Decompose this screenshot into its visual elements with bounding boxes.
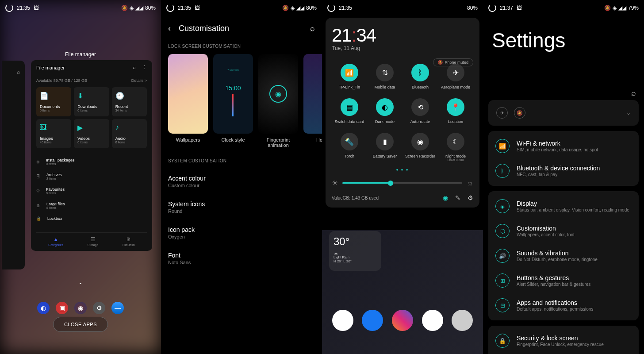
qs-tile-bt[interactable]: ᛒBluetooth [402, 64, 438, 89]
fm-tile-videos[interactable]: ▶Videos0 items [74, 119, 109, 148]
settings-item-bluetooth-device-connection[interactable]: ᛒBluetooth & device connectionNFC, cast,… [488, 158, 639, 183]
fm-tile-downloads[interactable]: ⬇Downloads0 items [74, 87, 109, 116]
sys-item-system-icons[interactable]: System iconsRound [161, 194, 322, 220]
search-icon[interactable]: ⌕ [310, 24, 315, 33]
dock-app[interactable]: ⚙ [93, 302, 105, 314]
close-apps-button[interactable]: CLOSE APPS [53, 317, 108, 332]
brightness-auto-icon[interactable]: ☼ [467, 179, 473, 187]
battery-pct: 79% [628, 5, 639, 11]
sys-item-icon-pack[interactable]: Icon packOxygen [161, 220, 322, 246]
recents-dock: ◐ ▣ ◉ ⚙ — [0, 302, 161, 314]
recents-app-title: File manager [0, 51, 161, 58]
fm-tile-documents[interactable]: 📄Documents5 items [36, 87, 71, 116]
user-icon[interactable]: ◉ [443, 194, 448, 201]
fm-tile-images[interactable]: 🖼Images45 items [36, 119, 71, 148]
fm-tab-categories[interactable]: ▲Categories [48, 236, 63, 246]
qs-date: Tue, 11 Aug [332, 45, 473, 51]
brightness-low-icon: ☀ [332, 179, 338, 187]
settings-quick-toggles[interactable]: ✈ 🔕 ⌄ [488, 100, 639, 126]
sys-item-accent-colour[interactable]: Accent colourCustom colour [161, 169, 322, 194]
status-time: 21:35 [178, 5, 191, 11]
weather-temp: 30° [334, 235, 377, 248]
search-icon[interactable]: ⌕ [133, 65, 136, 70]
wifi-icon: ◈ [613, 5, 617, 11]
qs-tile-rec[interactable]: ◉Screen Recorder [402, 133, 438, 162]
qs-tile-loc[interactable]: 📍Location [438, 98, 473, 124]
settings-group: 🔒Security & lock screenFingerprint, Face… [488, 326, 639, 354]
settings-item-buttons-gestures[interactable]: ⊞Buttons & gesturesAlert Slider, navigat… [488, 268, 639, 293]
qs-tile-wifi[interactable]: 📶TP-Link_Tin [332, 64, 367, 89]
status-time: 21:35 [17, 5, 30, 11]
settings-item-sounds-vibration[interactable]: 🔊Sounds & vibrationDo Not Disturb, earph… [488, 243, 639, 268]
fm-tab-storage[interactable]: ☰Storage [88, 236, 99, 246]
status-bar: 21:35 80% [322, 0, 483, 16]
section-lock-label: LOCK SCREEN CUSTOMISATION [161, 44, 322, 54]
lock-option-fingerprint-animation[interactable]: ◉Fingerprint animation [258, 54, 298, 148]
qs-tile-data[interactable]: ⇅Mobile data [367, 64, 402, 89]
instagram-icon[interactable] [392, 310, 413, 331]
search-icon[interactable]: ⌕ [631, 88, 636, 98]
mute-icon: 🔕 [121, 5, 128, 11]
weather-widget[interactable]: 30° ☁ Light Rain H 29° L 30° [329, 231, 381, 271]
fm-list-item[interactable]: 🗎Large files8 items [36, 198, 147, 213]
camera-icon[interactable] [452, 310, 473, 331]
battery-pct: 80% [467, 5, 478, 11]
dock-app[interactable]: ◐ [37, 302, 50, 314]
settings-item-display[interactable]: ◈DisplayStatus bar, ambient display, Vis… [488, 194, 639, 219]
qs-tile-torch[interactable]: 🔦Torch [332, 133, 367, 162]
status-bar: 21:37🖼 🔕◈◢◢79% [483, 0, 644, 16]
fm-tile-audio[interactable]: ♪Audio0 items [112, 119, 147, 148]
fm-list-item[interactable]: ♡Favourites0 items [36, 184, 147, 198]
settings-item-apps-and-notifications[interactable]: ⊟Apps and notificationsDefault apps, not… [488, 293, 639, 318]
fm-tab-filedash[interactable]: 🗎FileDash [123, 236, 135, 246]
mute-icon: 🔕 [282, 5, 289, 11]
edit-icon[interactable]: ✎ [455, 194, 460, 201]
lock-screen-options: Wallpapers7 unfinish15:00Clock style◉Fin… [161, 54, 322, 148]
sys-item-font[interactable]: FontNoto Sans [161, 246, 322, 271]
chrome-icon[interactable] [332, 310, 353, 331]
settings-item-wi-fi-network[interactable]: 📶Wi-Fi & networkSIM, mobile network, dat… [488, 134, 639, 158]
fm-details-link[interactable]: Details > [131, 78, 147, 83]
fm-list-item[interactable]: ⊕Install packages0 items [36, 154, 147, 169]
recents-card-file-manager[interactable]: File manager ⌕⋮ Available 89.78 GB / 128… [31, 60, 152, 251]
page-title: Customisation [179, 24, 229, 33]
brightness-slider[interactable] [342, 182, 462, 184]
fm-list: ⊕Install packages0 items🗄Archives2 items… [36, 154, 147, 224]
fm-list-item[interactable]: 🗄Archives2 items [36, 169, 147, 184]
qs-tile-dark[interactable]: ◐Dark mode [367, 98, 402, 124]
fm-tile-recent[interactable]: 🕘Recent34 items [112, 87, 147, 116]
dnd-icon: 🔕 [514, 107, 525, 119]
fm-list-item[interactable]: 🔒Lockbox [36, 213, 147, 224]
settings-gear-icon[interactable]: ⚙ [468, 194, 473, 201]
qs-tile-night[interactable]: ☾Night modeOn at 00:00 [438, 133, 473, 162]
qs-tile-sim[interactable]: ▤Switch data card [332, 98, 367, 124]
loading-spinner-icon [327, 4, 335, 12]
status-bar: 21:35🖼 🔕◈◢◢80% [161, 0, 322, 16]
weather-cond: Light Rain [334, 255, 377, 259]
dock-app[interactable]: ◉ [74, 302, 87, 314]
settings-item-customisation[interactable]: ⬡CustomisationWallpapers, accent color, … [488, 219, 639, 243]
recents-prev-card[interactable]: ⌕ [2, 61, 25, 269]
back-icon[interactable]: ‹ [168, 24, 171, 33]
settings-item-security-lock-screen[interactable]: 🔒Security & lock screenFingerprint, Face… [488, 328, 639, 353]
signal-icon: ◢◢ [296, 5, 304, 11]
lock-option-clock-style[interactable]: 7 unfinish15:00Clock style [213, 54, 253, 148]
facebook-icon[interactable] [362, 310, 383, 331]
search-icon: ⌕ [17, 69, 20, 75]
loading-spinner-icon [5, 4, 13, 12]
fm-bottom-tabs: ▲Categories☰Storage🗎FileDash [36, 232, 147, 246]
fm-storage-text: Available 89.78 GB / 128 GB [36, 78, 87, 83]
wifi-icon: ◈ [130, 5, 134, 11]
data-usage-text: ValueGB: 1.43 GB used [332, 196, 379, 200]
dock-app[interactable]: ▣ [56, 302, 68, 314]
youtube-icon[interactable] [422, 310, 443, 331]
lock-option-horizo[interactable]: Horizo [303, 54, 322, 148]
dock-app[interactable]: — [111, 302, 124, 314]
phone-muted-pill[interactable]: 🔕Phone muted [433, 58, 473, 66]
lock-option-wallpapers[interactable]: Wallpapers [168, 54, 208, 148]
qs-tile-batt[interactable]: ▮Battery Saver [367, 133, 402, 162]
more-icon[interactable]: ⋮ [142, 65, 147, 70]
mute-icon: 🔕 [604, 5, 611, 11]
qs-tile-plane[interactable]: ✈Aeroplane mode [438, 64, 473, 89]
qs-tile-rotate[interactable]: ⟲Auto-rotate [402, 98, 438, 124]
